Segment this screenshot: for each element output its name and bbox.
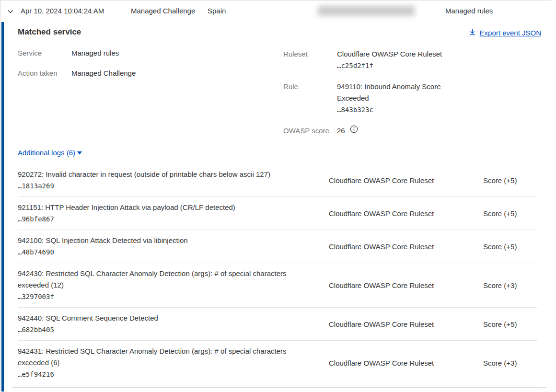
service-fields: Service Managed rules Action taken Manag… [18, 48, 136, 89]
firewall-event-expanded-row: Apr 10, 2024 10:04:24 AM Managed Challen… [0, 0, 551, 392]
log-score: Score (+5) [483, 176, 537, 184]
log-ruleset: Cloudflare OWASP Core Ruleset [317, 176, 483, 184]
log-score: Score (+5) [483, 320, 537, 328]
action-taken-value: Managed Challenge [71, 69, 136, 78]
panel-title: Matched service [18, 27, 81, 37]
log-ruleset: Cloudflare OWASP Core Ruleset [317, 242, 483, 251]
log-ruleset: Cloudflare OWASP Core Ruleset [317, 359, 483, 367]
service-value: Managed rules [71, 48, 119, 58]
log-rule-id: …682bb405 [18, 324, 317, 335]
log-rule-title: 942100: SQL Injection Attack Detected vi… [18, 235, 305, 246]
log-ruleset: Cloudflare OWASP Core Ruleset [317, 281, 483, 289]
export-event-json-link[interactable]: Export event JSON [469, 28, 541, 37]
download-icon [469, 28, 476, 37]
log-row: 942440: SQL Comment Sequence Detected …6… [18, 308, 537, 341]
accent-bar [1, 22, 4, 392]
log-rule-title: 942431: Restricted SQL Character Anomaly… [18, 346, 305, 369]
log-ruleset: Cloudflare OWASP Core Ruleset [317, 209, 483, 218]
event-country: Spain [208, 7, 226, 15]
ruleset-id: …c25d2f1f [337, 62, 373, 69]
log-rule-id: …e5f94216 [18, 369, 317, 380]
action-taken-field: Action taken Managed Challenge [18, 69, 136, 78]
rule-label: Rule [283, 81, 337, 115]
ruleset-field: Ruleset Cloudflare OWASP Core Ruleset …c… [283, 48, 452, 71]
rule-id: …843b323c [337, 106, 373, 114]
owasp-score-value: 26 [337, 125, 345, 137]
next-row-divider [12, 387, 546, 388]
info-icon[interactable] [350, 125, 358, 137]
action-taken-label: Action taken [18, 69, 71, 78]
event-service: Managed rules [445, 7, 493, 15]
log-row: 942431: Restricted SQL Character Anomaly… [18, 341, 537, 385]
additional-logs-label: Additional logs (6) [18, 149, 75, 157]
log-row: 921151: HTTP Header Injection Attack via… [18, 197, 537, 230]
event-summary-row[interactable]: Apr 10, 2024 10:04:24 AM Managed Challen… [0, 0, 551, 22]
ruleset-fields: Ruleset Cloudflare OWASP Core Ruleset …c… [283, 48, 452, 137]
chevron-down-icon[interactable] [7, 8, 14, 15]
log-rule-title: 942430: Restricted SQL Character Anomaly… [18, 268, 305, 291]
log-ruleset: Cloudflare OWASP Core Ruleset [317, 320, 483, 328]
log-rule-title: 920272: Invalid character in request (ou… [18, 169, 305, 180]
log-rule-id: …96bfe867 [18, 213, 317, 225]
log-row: 942430: Restricted SQL Character Anomaly… [18, 263, 537, 308]
event-detail-panel: Matched service Export event JSON Servic… [0, 22, 551, 392]
export-event-json-label: Export event JSON [480, 29, 541, 37]
log-score: Score (+3) [483, 359, 537, 367]
log-score: Score (+3) [483, 281, 537, 289]
event-action: Managed Challenge [131, 7, 195, 15]
log-row: 920272: Invalid character in request (ou… [18, 164, 537, 197]
event-timestamp: Apr 10, 2024 10:04:24 AM [21, 7, 104, 15]
log-row: 942100: SQL Injection Attack Detected vi… [18, 230, 537, 263]
redacted-value [318, 6, 415, 16]
additional-logs-toggle[interactable]: Additional logs (6) [18, 149, 82, 157]
additional-logs-table: 920272: Invalid character in request (ou… [18, 164, 537, 385]
log-score: Score (+5) [483, 242, 537, 251]
owasp-score-label: OWASP score [283, 125, 337, 137]
service-label: Service [18, 48, 71, 58]
log-rule-title: 921151: HTTP Header Injection Attack via… [18, 202, 305, 213]
log-score: Score (+5) [483, 209, 537, 218]
log-rule-title: 942440: SQL Comment Sequence Detected [18, 312, 305, 324]
owasp-score-field: OWASP score 26 [283, 125, 452, 137]
log-rule-id: …1813a269 [18, 180, 317, 192]
rule-name: 949110: Inbound Anomaly Score Exceeded [337, 82, 441, 102]
ruleset-label: Ruleset [283, 48, 337, 71]
caret-down-icon [77, 149, 82, 157]
rule-field: Rule 949110: Inbound Anomaly Score Excee… [283, 81, 452, 115]
ruleset-name: Cloudflare OWASP Core Ruleset [337, 50, 442, 58]
service-field: Service Managed rules [18, 48, 136, 58]
log-rule-id: …3297003f [18, 291, 317, 302]
log-rule-id: …48b74690 [18, 246, 317, 258]
